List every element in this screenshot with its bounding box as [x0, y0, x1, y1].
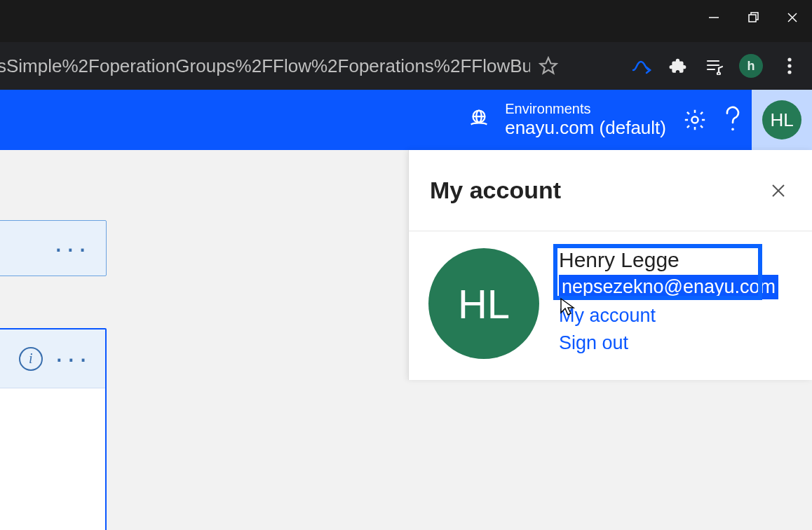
environment-selector[interactable]: Environments enayu.com (default) — [467, 100, 666, 139]
address-bar[interactable]: sSimple%2FoperationGroups%2FFlow%2Fopera… — [0, 50, 530, 81]
bookmark-star-icon[interactable] — [530, 50, 567, 81]
svg-rect-1 — [749, 15, 756, 22]
extensions-puzzle-icon[interactable] — [666, 54, 690, 78]
panel-header: My account — [409, 150, 812, 231]
browser-profile-avatar[interactable]: h — [739, 54, 763, 78]
svg-point-10 — [787, 70, 791, 74]
account-details: Henry Legge nepsezekno@enayu.com My acco… — [559, 248, 778, 359]
media-control-icon[interactable] — [703, 54, 726, 78]
flow-step-card[interactable]: ··· — [0, 220, 107, 276]
app-header: Environments enayu.com (default) HL — [0, 90, 812, 150]
help-icon[interactable] — [714, 101, 752, 139]
card-more-icon[interactable]: ··· — [55, 233, 90, 264]
globe-icon — [467, 107, 491, 133]
browser-toolbar: sSimple%2FoperationGroups%2FFlow%2Fopera… — [0, 42, 812, 90]
avatar-initials-large: HL — [428, 248, 539, 359]
panel-body: HL Henry Legge nepsezekno@enayu.com My a… — [409, 231, 812, 380]
environment-value: enayu.com (default) — [505, 117, 666, 139]
environments-label: Environments — [505, 100, 666, 117]
window-maximize-button[interactable] — [733, 0, 773, 35]
settings-gear-icon[interactable] — [676, 101, 714, 139]
close-icon[interactable] — [764, 177, 792, 205]
window-titlebar — [0, 0, 812, 42]
user-email: nepsezekno@enayu.com — [559, 275, 778, 299]
card-more-icon[interactable]: ··· — [55, 343, 91, 374]
account-avatar-button[interactable]: HL — [752, 90, 812, 150]
card-body-text: onnect your — [0, 388, 105, 428]
environment-text: Environments enayu.com (default) — [505, 100, 666, 139]
svg-point-15 — [731, 128, 734, 130]
user-name: Henry Legge — [559, 248, 778, 272]
extensions-row: h — [630, 52, 804, 80]
browser-menu-icon[interactable] — [776, 52, 804, 80]
panel-title: My account — [430, 177, 561, 204]
svg-point-9 — [787, 64, 791, 67]
flow-action-card[interactable]: i ··· onnect your — [0, 328, 107, 530]
flow-extension-icon[interactable] — [630, 54, 654, 78]
sign-out-link[interactable]: Sign out — [559, 332, 778, 354]
info-icon[interactable]: i — [19, 347, 43, 371]
my-account-link[interactable]: My account — [559, 305, 778, 327]
my-account-panel: My account HL Henry Legge nepsezekno@ena… — [408, 150, 812, 380]
svg-marker-4 — [540, 57, 556, 73]
card-header: i ··· — [0, 329, 105, 388]
svg-point-8 — [787, 57, 791, 61]
window-minimize-button[interactable] — [694, 0, 733, 35]
window-close-button[interactable] — [773, 0, 812, 35]
svg-point-14 — [691, 116, 698, 123]
avatar-initials-small: HL — [762, 100, 801, 140]
app-canvas: ··· i ··· onnect your My account HL Henr… — [0, 150, 812, 530]
